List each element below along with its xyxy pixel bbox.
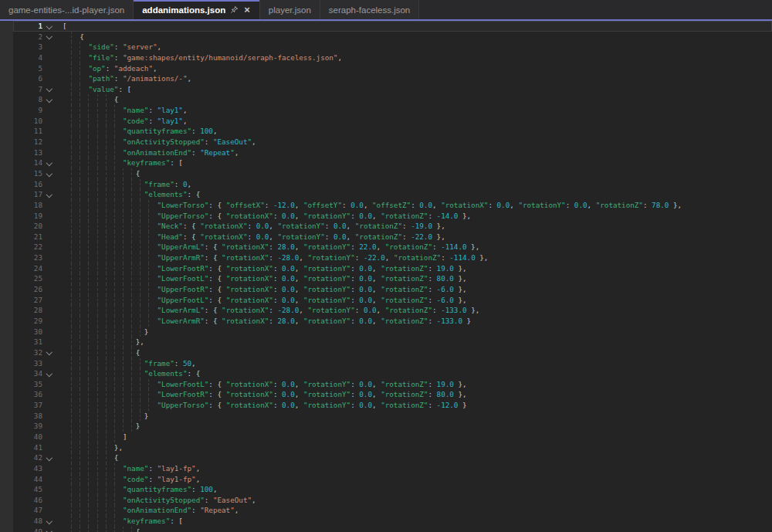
fold-toggle[interactable] <box>42 94 56 105</box>
line-number[interactable]: 47 <box>13 505 42 516</box>
code-line[interactable]: 43"name": "lay1-fp", <box>13 463 772 474</box>
line-number[interactable]: 8 <box>13 94 42 105</box>
line-number[interactable]: 40 <box>13 432 42 442</box>
pinned-icon[interactable] <box>230 5 239 14</box>
line-number[interactable]: 10 <box>13 116 42 127</box>
line-number[interactable]: 36 <box>13 389 42 400</box>
code-line[interactable]: 37"UpperTorso": { "rotationX": 0.0, "rot… <box>13 400 772 411</box>
code-line[interactable]: 11"quantityframes": 100, <box>13 126 772 137</box>
code-line[interactable]: 45"quantityframes": 100, <box>13 484 772 495</box>
line-number[interactable]: 34 <box>13 368 42 379</box>
code-line[interactable]: 32{ <box>13 347 772 358</box>
fold-toggle[interactable] <box>42 21 56 32</box>
code-line[interactable]: 4"file": "game:shapes/entity/humanoid/se… <box>13 53 772 63</box>
line-number[interactable]: 42 <box>13 452 42 463</box>
code-line[interactable]: 15{ <box>13 168 772 179</box>
line-number[interactable]: 26 <box>13 284 42 295</box>
fold-toggle[interactable] <box>42 158 56 168</box>
editor[interactable]: 1[2{3"side": "server",4"file": "game:sha… <box>0 21 772 532</box>
line-number[interactable]: 28 <box>13 305 42 316</box>
code-line[interactable]: 31}, <box>13 337 772 347</box>
code-line[interactable]: 5"op": "addeach", <box>13 63 772 74</box>
code-line[interactable]: 46"onActivityStopped": "EaseOut", <box>13 495 772 506</box>
line-number[interactable]: 32 <box>13 347 42 358</box>
line-number[interactable]: 31 <box>13 337 42 347</box>
line-number[interactable]: 41 <box>13 442 42 453</box>
close-icon[interactable]: × <box>243 5 251 15</box>
line-number[interactable]: 30 <box>13 327 42 337</box>
code-line[interactable]: 20"Neck": { "rotationX": 0.0, "rotationY… <box>13 221 772 232</box>
code-line[interactable]: 38} <box>13 411 772 422</box>
line-number[interactable]: 25 <box>13 273 42 284</box>
tab-player[interactable]: player.json <box>260 0 320 19</box>
code-line[interactable]: 25"LowerFootL": { "rotationX": 0.0, "rot… <box>13 273 772 284</box>
line-number[interactable]: 20 <box>13 221 42 232</box>
code-line[interactable]: 29"LowerArmR": { "rotationX": 28.0, "rot… <box>13 316 772 327</box>
fold-toggle[interactable] <box>42 189 56 200</box>
fold-toggle[interactable] <box>42 452 56 463</box>
code-line[interactable]: 28"LowerArmL": { "rotationX": -28.0, "ro… <box>13 305 772 316</box>
code-line[interactable]: 17"elements": { <box>13 189 772 200</box>
line-number[interactable]: 2 <box>13 32 42 42</box>
code-line[interactable]: 47"onAnimationEnd": "Repeat", <box>13 505 772 516</box>
code-line[interactable]: 13"onAnimationEnd": "Repeat", <box>13 147 772 158</box>
code-line[interactable]: 26"UpperFootR": { "rotationX": 0.0, "rot… <box>13 284 772 295</box>
code-line[interactable]: 3"side": "server", <box>13 42 772 53</box>
line-number[interactable]: 6 <box>13 73 42 84</box>
line-number[interactable]: 43 <box>13 463 42 474</box>
tab-addanimations[interactable]: addanimations.json × <box>134 0 260 19</box>
line-number[interactable]: 12 <box>13 137 42 147</box>
fold-toggle[interactable] <box>42 368 56 379</box>
line-number[interactable]: 3 <box>13 42 42 53</box>
line-number[interactable]: 29 <box>13 316 42 327</box>
code-line[interactable]: 33"frame": 50, <box>13 358 772 369</box>
code-line[interactable]: 18"LowerTorso": { "offsetX": -12.0, "off… <box>13 200 772 211</box>
code-line[interactable]: 9"name": "lay1", <box>13 105 772 116</box>
fold-toggle[interactable] <box>42 32 56 42</box>
line-number[interactable]: 5 <box>13 63 42 74</box>
code-line[interactable]: 12"onActivityStopped": "EaseOut", <box>13 137 772 147</box>
line-number[interactable]: 27 <box>13 295 42 306</box>
code-line[interactable]: 8{ <box>13 94 772 105</box>
code-line[interactable]: 35"LowerFootL": { "rotationX": 0.0, "rot… <box>13 379 772 390</box>
code-line[interactable]: 23"UpperArmR": { "rotationX": -28.0, "ro… <box>13 252 772 263</box>
code-line[interactable]: 14"keyframes": [ <box>13 158 772 168</box>
line-number[interactable]: 14 <box>13 158 42 168</box>
line-number[interactable]: 49 <box>13 527 42 532</box>
code-line[interactable]: 21"Head": { "rotationX": 0.0, "rotationY… <box>13 232 772 242</box>
code-line[interactable]: 27"UpperFootL": { "rotationX": 0.0, "rot… <box>13 295 772 306</box>
code-line[interactable]: 48"keyframes": [ <box>13 516 772 527</box>
line-number[interactable]: 35 <box>13 379 42 390</box>
line-number[interactable]: 23 <box>13 252 42 263</box>
line-number[interactable]: 1 <box>13 21 42 32</box>
code-line[interactable]: 34"elements": { <box>13 368 772 379</box>
code-line[interactable]: 42{ <box>13 452 772 463</box>
code-line[interactable]: 19"UpperTorso": { "rotationX": 0.0, "rot… <box>13 211 772 222</box>
fold-toggle[interactable] <box>42 347 56 358</box>
line-number[interactable]: 39 <box>13 421 42 432</box>
code-line[interactable]: 41}, <box>13 442 772 453</box>
line-number[interactable]: 44 <box>13 474 42 485</box>
tab-seraph-faceless[interactable]: seraph-faceless.json <box>320 0 419 19</box>
fold-toggle[interactable] <box>42 516 56 527</box>
line-number[interactable]: 18 <box>13 200 42 211</box>
code-line[interactable]: 22"UpperArmL": { "rotationX": 28.0, "rot… <box>13 242 772 252</box>
line-number[interactable]: 21 <box>13 232 42 242</box>
line-number[interactable]: 33 <box>13 358 42 369</box>
line-number[interactable]: 38 <box>13 411 42 422</box>
code-line[interactable]: 10"code": "lay1", <box>13 116 772 127</box>
code-line[interactable]: 2{ <box>13 32 772 42</box>
line-number[interactable]: 45 <box>13 484 42 495</box>
line-number[interactable]: 22 <box>13 242 42 252</box>
line-number[interactable]: 48 <box>13 516 42 527</box>
code-line[interactable]: 44"code": "lay1-fp", <box>13 474 772 485</box>
code-line[interactable]: 7"value": [ <box>13 84 772 95</box>
code-line[interactable]: 39} <box>13 421 772 432</box>
code-line[interactable]: 36"LowerFootR": { "rotationX": 0.0, "rot… <box>13 389 772 400</box>
line-number[interactable]: 4 <box>13 53 42 63</box>
line-number[interactable]: 24 <box>13 263 42 274</box>
line-number[interactable]: 19 <box>13 211 42 222</box>
code-line[interactable]: 1[ <box>13 21 772 32</box>
line-number[interactable]: 9 <box>13 105 42 116</box>
code-line[interactable]: 40] <box>13 432 772 442</box>
